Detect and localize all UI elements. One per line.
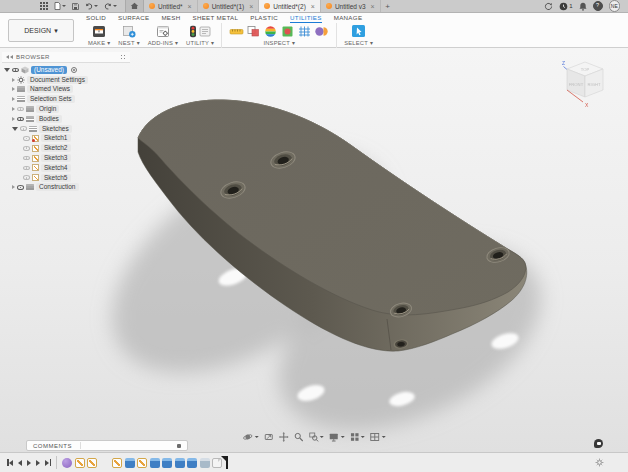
timeline-feature-extrude-icon[interactable] (162, 458, 172, 468)
measure-icon[interactable] (229, 25, 244, 38)
visibility-eye-icon[interactable] (17, 185, 24, 190)
expand-icon[interactable] (12, 127, 18, 131)
tab-mesh[interactable]: MESH (161, 14, 180, 23)
interference-icon[interactable] (246, 25, 261, 38)
step-forward-button[interactable] (36, 460, 40, 466)
inspect-dropdown[interactable]: INSPECT▾ (263, 40, 295, 46)
pan-icon[interactable] (278, 432, 288, 442)
help-icon[interactable]: ? (593, 1, 603, 11)
browser-row-sketch5[interactable]: Sketch5 (2, 173, 130, 183)
visibility-eye-icon[interactable] (12, 68, 19, 73)
tab-manage[interactable]: MANAGE (334, 14, 363, 23)
addins-dropdown[interactable]: ADD-INS▾ (148, 40, 178, 46)
tab-plastic[interactable]: PLASTIC (250, 14, 278, 23)
view-cube[interactable]: Z TOP FRONT RIGHT X (554, 58, 616, 112)
viewport-canvas[interactable]: BROWSER (Unsaved) Document Settings (0, 48, 628, 452)
timeline-feature-sketch-icon[interactable] (87, 458, 97, 468)
browser-row-sketches[interactable]: Sketches (2, 124, 130, 134)
file-menu-icon[interactable] (54, 2, 66, 10)
redo-icon[interactable] (104, 3, 117, 10)
close-tab-icon[interactable]: × (249, 3, 253, 10)
browser-row-sketch1[interactable]: Sketch1 (2, 134, 130, 144)
timeline-settings-icon[interactable] (595, 458, 604, 467)
browser-row-sketch3[interactable]: Sketch3 (2, 153, 130, 163)
expand-icon[interactable] (12, 78, 15, 82)
expand-icon[interactable] (12, 185, 15, 189)
expand-icon[interactable] (12, 97, 15, 101)
tab-sheet-metal[interactable]: SHEET METAL (192, 14, 238, 23)
visibility-eye-icon[interactable] (17, 117, 24, 122)
utility-dropdown[interactable]: UTILITY▾ (186, 40, 214, 46)
play-button[interactable] (27, 460, 31, 466)
close-tab-icon[interactable]: × (188, 3, 192, 10)
expand-icon[interactable] (4, 68, 10, 72)
home-tab[interactable] (125, 0, 144, 12)
look-at-icon[interactable] (263, 432, 273, 442)
save-icon[interactable] (72, 3, 79, 10)
browser-label[interactable]: Construction (36, 183, 79, 191)
accessibility-analysis-icon[interactable] (314, 25, 329, 38)
browser-label[interactable]: Document Settings (27, 76, 88, 84)
browser-row-sketch2[interactable]: Sketch2 (2, 143, 130, 153)
collapse-panel-icon[interactable] (6, 55, 13, 59)
timeline-feature-sketch-icon[interactable] (137, 458, 147, 468)
select-cursor-icon[interactable] (351, 24, 366, 38)
doc-tab-4[interactable]: Untitled v3 × (321, 0, 381, 12)
job-status-icon[interactable] (544, 2, 553, 11)
browser-row-bodies[interactable]: Bodies (2, 114, 130, 124)
browser-label[interactable]: Selection Sets (27, 95, 75, 103)
browser-row-selection-sets[interactable]: Selection Sets (2, 94, 130, 104)
draft-analysis-icon[interactable] (280, 25, 295, 38)
timeline-feature-sketch-icon[interactable] (75, 458, 85, 468)
select-dropdown[interactable]: SELECT▾ (344, 40, 373, 46)
parameter-panel-icon[interactable] (199, 25, 211, 38)
visibility-eye-icon[interactable] (20, 126, 27, 131)
timeline-feature-extrude-icon[interactable] (187, 458, 197, 468)
visibility-eye-icon[interactable] (23, 136, 30, 141)
comments-grip-icon[interactable] (177, 444, 181, 448)
timeline-feature-sketch-icon[interactable] (112, 458, 122, 468)
browser-header[interactable]: BROWSER (2, 52, 130, 63)
3d-printer-icon[interactable] (92, 25, 106, 38)
visibility-eye-icon[interactable] (23, 146, 30, 151)
doc-tab-3-active[interactable]: Untitled*(2) × (259, 0, 321, 12)
visibility-eye-icon[interactable] (17, 107, 24, 112)
make-dropdown[interactable]: MAKE▾ (88, 40, 110, 46)
expand-icon[interactable] (12, 107, 15, 111)
browser-row-sketch4[interactable]: Sketch4 (2, 163, 130, 173)
browser-label-root[interactable]: (Unsaved) (31, 66, 67, 74)
nest-dropdown[interactable]: NEST▾ (118, 40, 139, 46)
timeline-feature-extrude-icon[interactable] (150, 458, 160, 468)
comments-bar[interactable]: COMMENTS (26, 440, 188, 451)
close-tab-icon[interactable]: × (371, 3, 375, 10)
display-settings-icon[interactable] (329, 432, 345, 442)
timeline-position-marker[interactable] (226, 456, 228, 469)
new-tab-button[interactable]: + (381, 0, 395, 12)
step-back-button[interactable] (18, 460, 22, 466)
timeline-feature-extrude-icon[interactable] (125, 458, 135, 468)
browser-label[interactable]: Named Views (27, 85, 73, 93)
nest-icon[interactable] (122, 25, 136, 38)
zoom-window-icon[interactable] (308, 432, 324, 442)
doc-tab-1[interactable]: Untitled* × (144, 0, 198, 12)
doc-tab-2[interactable]: Untitled*(1) × (198, 0, 260, 12)
browser-label[interactable]: Sketch4 (41, 164, 71, 172)
visibility-eye-icon[interactable] (23, 166, 30, 171)
tab-utilities[interactable]: UTILITIES (290, 14, 322, 23)
panel-grip-icon[interactable] (120, 54, 126, 60)
undo-icon[interactable] (85, 3, 98, 10)
visibility-eye-icon[interactable] (23, 156, 30, 161)
close-tab-icon[interactable]: × (311, 3, 315, 10)
zebra-analysis-icon[interactable] (263, 25, 278, 38)
tab-solid[interactable]: SOLID (86, 14, 106, 23)
browser-label[interactable]: Origin (36, 105, 59, 113)
browser-label[interactable]: Sketch3 (41, 154, 71, 162)
go-to-end-button[interactable] (45, 459, 51, 466)
bell-icon[interactable] (579, 2, 587, 11)
browser-label[interactable]: Sketch2 (41, 144, 71, 152)
browser-row-construction[interactable]: Construction (2, 183, 130, 193)
viewports-icon[interactable] (370, 432, 386, 442)
feedback-bubble-icon[interactable] (594, 439, 603, 448)
browser-row-named-views[interactable]: Named Views (2, 85, 130, 95)
design-workspace-selector[interactable]: DESIGN ▾ (8, 19, 74, 42)
